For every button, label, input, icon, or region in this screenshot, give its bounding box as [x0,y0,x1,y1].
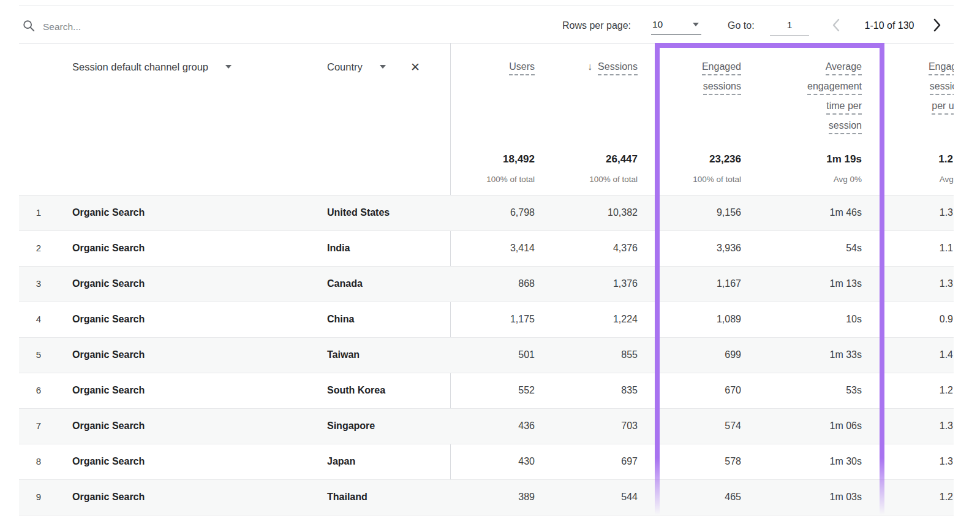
cell-country: United States [327,195,390,230]
top-divider [19,5,954,6]
cell-sessions: 544 [527,479,638,515]
pagination-range: 1-10 of 130 [855,13,924,38]
cell-sessions: 835 [527,373,638,408]
channel-group-dimension-dropdown[interactable]: Session default channel group [72,59,232,75]
engaged-sessions-total: 23,236 [631,152,741,167]
table-row: 8Organic SearchJapan4306975781m 30s1.3 [0,444,980,479]
cell-channel-group: Organic Search [72,266,145,302]
sessions-total: 26,447 [527,152,638,167]
table-bottom-border [19,515,954,515]
engaged-sessions-total-subtext: 100% of total [631,174,741,184]
cell-country: Singapore [327,408,375,444]
cell-country: China [327,302,354,337]
table-row: 4Organic SearchChina1,1751,2241,08910s0.… [0,302,980,337]
sessions-total-subtext: 100% of total [527,174,638,184]
column-header-line: per user [821,99,968,119]
cell-users: 501 [424,337,535,373]
sort-descending-icon [587,61,592,72]
table-row: 7Organic SearchSingapore4367035741m 06s1… [0,408,980,444]
cell-row-number: 9 [29,479,48,515]
table-row: 3Organic SearchCanada8681,3761,1671m 13s… [0,266,980,302]
cell-engaged: 1,167 [631,266,741,302]
right-clip-mask [954,44,980,521]
cell-channel-group: Organic Search [72,195,145,230]
cell-sessions: 703 [527,408,638,444]
engaged-sessions-per-user-total-subtext: Avg 0% [821,174,968,184]
table-row: 2Organic SearchIndia3,4144,3763,93654s1.… [0,230,980,266]
cell-engaged: 465 [631,479,741,515]
cell-channel-group: Organic Search [72,302,145,337]
column-header-sessions[interactable]: Sessions [527,43,638,80]
cell-row-number: 3 [29,266,48,302]
cell-sessions: 1,376 [527,266,638,302]
column-header-line: sessions [631,80,741,99]
cell-engaged: 670 [631,373,741,408]
cell-channel-group: Organic Search [72,408,145,444]
cell-sessions: 1,224 [527,302,638,337]
engaged-sessions-per-user-total: 1.2 [806,152,953,167]
cell-per-user: 1.1 [806,230,953,266]
cell-row-number: 5 [29,337,48,373]
cell-country: Taiwan [327,337,360,373]
search-icon [22,19,36,32]
country-dimension-label: Country [327,61,363,72]
cell-users: 6,798 [424,195,535,230]
cell-country: Thailand [327,479,368,515]
go-to-label: Go to: [728,13,755,38]
cell-sessions: 10,382 [527,195,638,230]
column-header-line: session [733,119,862,139]
table-row: 1Organic SearchUnited States6,79810,3829… [0,195,980,230]
cell-channel-group: Organic Search [72,337,145,373]
users-total: 18,492 [424,152,535,167]
chevron-down-icon [380,65,386,69]
cell-row-number: 2 [29,230,48,266]
country-dimension-dropdown[interactable]: Country [327,59,386,75]
chevron-down-icon [693,23,699,26]
remove-dimension-icon[interactable] [410,59,420,75]
cell-per-user: 0.9 [806,302,953,337]
cell-users: 3,414 [424,230,535,266]
cell-engaged: 699 [631,337,741,373]
column-header-line: Engaged [821,60,968,80]
cell-users: 436 [424,408,535,444]
column-header-line: Users [424,60,535,80]
table-row: 9Organic SearchThailand3895444651m 03s1.… [0,479,980,515]
go-to-page-input[interactable] [770,15,809,36]
rows-per-page-select[interactable]: 10 [651,15,701,35]
cell-engaged: 574 [631,408,741,444]
avg-engagement-time-per-session-label[interactable]: session [829,119,862,134]
cell-per-user: 1.3 [806,195,953,230]
cell-per-user: 1.4 [806,337,953,373]
rows-per-page-value: 10 [652,19,663,30]
cell-per-user: 1.2 [806,373,953,408]
table-row: 6Organic SearchSouth Korea55283567053s1.… [0,373,980,408]
cell-channel-group: Organic Search [72,444,145,479]
next-page-icon[interactable] [933,18,941,32]
cell-users: 552 [424,373,535,408]
cell-sessions: 855 [527,337,638,373]
column-header-users[interactable]: Users [424,43,535,80]
column-header-engaged-sessions[interactable]: Engagedsessions [631,43,741,99]
previous-page-icon[interactable] [832,18,840,32]
cell-row-number: 4 [29,302,48,337]
cell-row-number: 1 [29,195,48,230]
cell-channel-group: Organic Search [72,230,145,266]
cell-row-number: 8 [29,444,48,479]
cell-engaged: 578 [631,444,741,479]
cell-per-user: 1.3 [806,408,953,444]
cell-country: India [327,230,350,266]
channel-group-dimension-label: Session default channel group [72,61,208,72]
cell-per-user: 1.3 [806,266,953,302]
cell-country: South Korea [327,373,385,408]
chevron-down-icon [225,65,232,69]
cell-users: 389 [424,479,535,515]
column-header-line: Engaged [631,60,741,80]
cell-country: Japan [327,444,355,479]
cell-channel-group: Organic Search [72,373,145,408]
search-input[interactable] [42,17,289,37]
users-total-subtext: 100% of total [424,174,535,184]
cell-users: 430 [424,444,535,479]
cell-per-user: 1.3 [806,444,953,479]
cell-row-number: 6 [29,373,48,408]
column-header-engaged-sessions-per-user[interactable]: Engagedsessionsper user [821,43,968,119]
